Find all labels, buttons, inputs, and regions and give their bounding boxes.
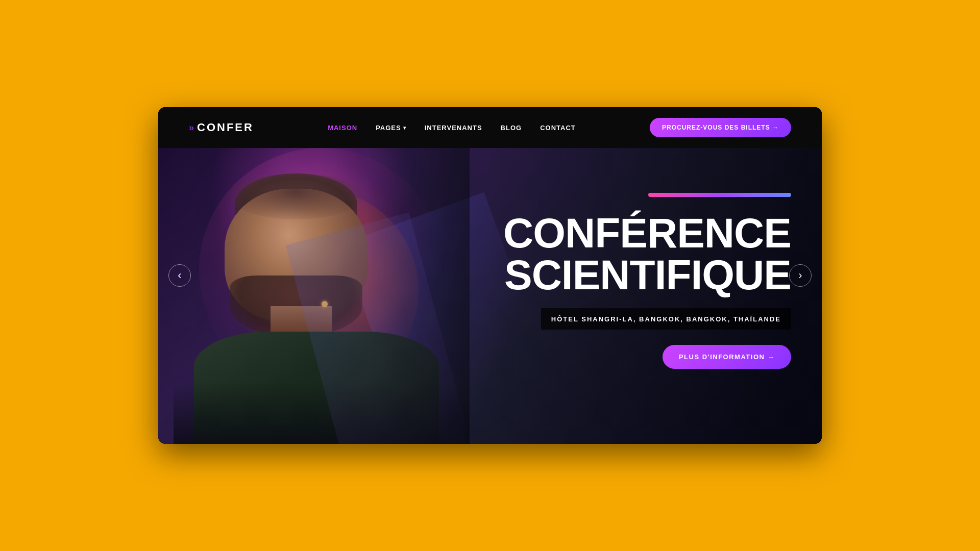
nav-contact[interactable]: CONTACT [540,124,576,132]
hero-content: CONFÉRENCE SCIENTIFIQUE HÔTEL SHANGRI-LA… [495,148,791,444]
nav-links: MAISON PAGES ▾ INTERVENANTS BLOG CONTACT [328,124,576,132]
more-info-button[interactable]: PLUS D'INFORMATION → [663,345,791,369]
logo-text: CONFER [197,121,254,134]
prev-arrow-icon: ‹ [178,270,181,281]
logo-area[interactable]: » CONFER [189,121,254,134]
chevron-down-icon: ▾ [403,125,406,131]
carousel-next-button[interactable]: › [789,264,812,287]
nav-maison[interactable]: MAISON [328,124,357,132]
nav-pages[interactable]: PAGES ▾ [376,124,406,132]
nav-blog[interactable]: BLOG [501,124,522,132]
hero-accent-bar [648,193,791,197]
browser-window: CONFÉRENCE SCIENTIFIQUE HÔTEL SHANGRI-LA… [158,107,822,444]
hero-background: CONFÉRENCE SCIENTIFIQUE HÔTEL SHANGRI-LA… [158,107,822,444]
hero-location: HÔTEL SHANGRI-LA, BANGKOK, BANGKOK, THAÏ… [551,315,781,323]
logo-chevrons-icon: » [189,122,193,133]
page-wrapper: CONFÉRENCE SCIENTIFIQUE HÔTEL SHANGRI-LA… [0,0,980,551]
hero-title: CONFÉRENCE SCIENTIFIQUE [503,212,791,296]
speaker-figure [174,148,470,444]
carousel-prev-button[interactable]: ‹ [168,264,191,287]
next-arrow-icon: › [798,270,802,281]
navbar: » CONFER MAISON PAGES ▾ INTERVENANTS BLO… [158,107,822,148]
tickets-button[interactable]: PROCUREZ-VOUS DES BILLETS → [650,118,791,137]
hero-location-bar: HÔTEL SHANGRI-LA, BANGKOK, BANGKOK, THAÏ… [541,308,791,330]
nav-intervenants[interactable]: INTERVENANTS [425,124,482,132]
